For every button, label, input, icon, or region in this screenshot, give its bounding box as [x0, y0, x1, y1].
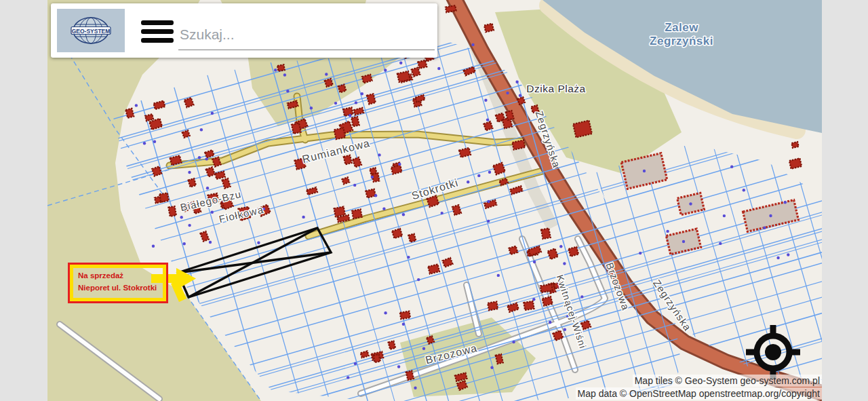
place-label-dzika-plaza: Dzika Plaża [526, 83, 585, 94]
for-sale-annotation: Na sprzedaż Nieporet ul. Stokrotki [68, 263, 168, 303]
logo-text: GEO-SYSTEM [72, 28, 111, 35]
annotation-line1: Na sprzedaż [78, 270, 157, 282]
search-input[interactable] [178, 20, 435, 50]
water-label-line2: Zegrzyński [650, 35, 713, 47]
annotation-line2: Nieporet ul. Stokrotki [78, 282, 157, 294]
attribution-data: Map data © OpenStreetMap openstreetmap.o… [576, 387, 822, 400]
attribution-tiles: Map tiles © Geo-System geo-system.com.pl [633, 375, 822, 387]
menu-button[interactable] [141, 20, 175, 43]
search-card: GEO-SYSTEM [51, 3, 437, 58]
geo-system-logo[interactable]: GEO-SYSTEM [57, 9, 125, 52]
page: { "header": { "logo": "GEO-SYSTEM", "sea… [0, 0, 868, 401]
globe-icon: GEO-SYSTEM [57, 9, 125, 52]
hamburger-icon [141, 20, 174, 25]
map-canvas[interactable]: Zalew Zegrzyński Dzika Plaża Zegrzyńska … [47, 0, 822, 401]
water-label-line1: Zalew [665, 21, 698, 34]
map-tiles: Zalew Zegrzyński Dzika Plaża Zegrzyńska … [47, 0, 822, 401]
